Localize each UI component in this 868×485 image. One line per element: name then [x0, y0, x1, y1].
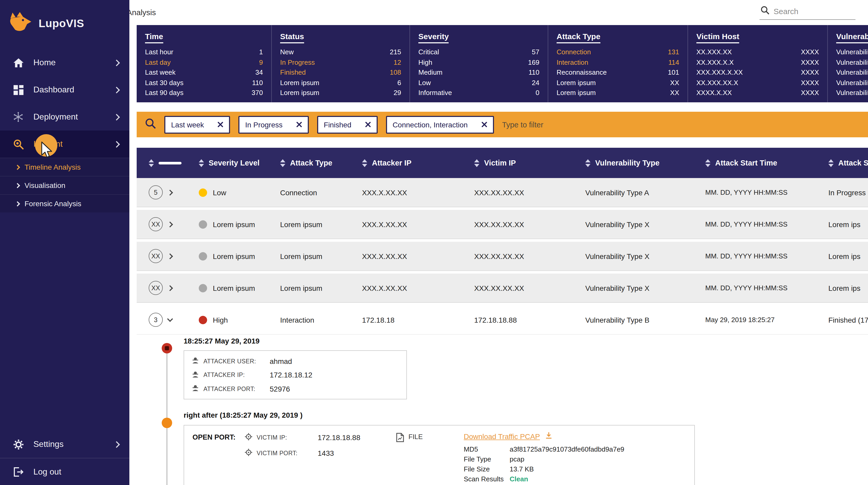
- column-header-attacker-ip[interactable]: Attacker IP: [362, 159, 474, 167]
- chevron-right-icon[interactable]: [167, 285, 173, 291]
- column-header-victim-ip[interactable]: Victim IP: [474, 159, 585, 167]
- stats-row[interactable]: Reconnaissance101: [557, 67, 679, 78]
- stats-row[interactable]: Critical57: [418, 47, 539, 57]
- filter-chip[interactable]: Last week: [164, 116, 230, 133]
- column-header-attack-type[interactable]: Attack Type: [280, 159, 362, 167]
- stats-row[interactable]: New215: [280, 47, 401, 57]
- stats-row[interactable]: Lorem ipsum6: [280, 78, 401, 88]
- stats-row-label: Last 90 days: [145, 88, 183, 98]
- chevron-right-icon[interactable]: [167, 190, 173, 196]
- sidebar-item-settings[interactable]: Settings: [0, 431, 129, 458]
- open-port-details-box: OPEN PORT: VICTIM IP:172.18.18.88VICTIM …: [184, 425, 695, 485]
- remove-filter-icon[interactable]: [365, 122, 371, 127]
- wolf-logo-icon: [8, 11, 32, 35]
- stats-row[interactable]: Vulnerabilit: [836, 88, 868, 98]
- filter-chip[interactable]: Connection, Interaction: [386, 116, 494, 133]
- stats-row[interactable]: Lorem ipsumXX: [557, 88, 679, 98]
- row-count-badge[interactable]: XX: [149, 281, 163, 295]
- stats-row[interactable]: Last week34: [145, 67, 263, 78]
- chevron-down-icon[interactable]: [167, 316, 173, 322]
- stats-row[interactable]: High169: [418, 57, 539, 67]
- search-icon: [761, 6, 769, 17]
- stats-row[interactable]: XXX.XXX.X.XXXXXX: [696, 67, 819, 78]
- row-expander[interactable]: XX: [149, 249, 199, 263]
- stats-row[interactable]: XXXX.X.XXXXXX: [696, 88, 819, 98]
- sidebar-item-dashboard[interactable]: Dashboard: [0, 76, 129, 103]
- table-row[interactable]: 3HighInteraction172.18.18172.18.18.88Vul…: [137, 306, 868, 335]
- remove-filter-icon[interactable]: [481, 122, 487, 127]
- stats-row[interactable]: Vulnerabilit: [836, 78, 868, 88]
- stats-row[interactable]: Lorem ipsum29: [280, 88, 401, 98]
- sidebar-item-incident[interactable]: Incident: [0, 131, 129, 158]
- row-count-badge[interactable]: XX: [149, 249, 163, 263]
- filter-chip[interactable]: Finished: [317, 116, 377, 133]
- row-expander[interactable]: 5: [149, 186, 199, 199]
- chevron-right-icon[interactable]: [167, 253, 173, 259]
- stats-row[interactable]: Medium110: [418, 67, 539, 78]
- remove-filter-icon[interactable]: [296, 122, 302, 127]
- chevron-right-icon[interactable]: [167, 221, 173, 227]
- cell-victim-ip: XXX.XX.XX.XX: [474, 252, 585, 260]
- download-icon[interactable]: [545, 432, 552, 440]
- stats-row[interactable]: XX.XXX.XXXXXX: [696, 47, 819, 57]
- stats-row[interactable]: XX.XXX.X.XXXXX: [696, 57, 819, 67]
- row-expander[interactable]: 3: [149, 313, 199, 327]
- column-header-severity-level[interactable]: Severity Level: [199, 159, 280, 167]
- stats-row[interactable]: Finished108: [280, 67, 401, 78]
- column-header-expander[interactable]: [149, 159, 199, 167]
- table-row[interactable]: XXLorem ipsumLorem ipsumXXX.X.XX.XXXXX.X…: [137, 210, 868, 239]
- stats-panel: TimeLast hour1Last day9Last week34Last 3…: [137, 25, 868, 102]
- column-header-attack-start-time[interactable]: Attack Start Time: [705, 159, 828, 167]
- column-header-label: Severity Level: [209, 159, 259, 167]
- cell-victim-ip: XXX.XX.XX.XX: [474, 284, 585, 292]
- row-count-badge[interactable]: 3: [149, 313, 163, 327]
- stats-row[interactable]: Last 90 days370: [145, 88, 263, 98]
- stats-group-status: StatusNew215In Progress12Finished108Lore…: [271, 25, 409, 102]
- stats-row-label: XX.XXX.XX: [696, 47, 732, 57]
- column-header-attack-s[interactable]: Attack S: [828, 159, 868, 167]
- cell-attacker-ip: 172.18.18: [362, 316, 474, 324]
- severity-cell: High: [199, 316, 280, 324]
- download-pcap-link[interactable]: Download Traffic PCAP: [464, 432, 540, 440]
- table-row[interactable]: XXLorem ipsumLorem ipsumXXX.X.XX.XXXXX.X…: [137, 274, 868, 303]
- field-value: 172.18.18.88: [318, 433, 361, 441]
- sidebar-item-timeline-analysis[interactable]: Timeline Analysis: [0, 158, 129, 176]
- stats-row[interactable]: Last day9: [145, 57, 263, 67]
- column-header-vulnerability-type[interactable]: Vulnerability Type: [585, 159, 705, 167]
- stats-row[interactable]: Vulnerabilit: [836, 47, 868, 57]
- attacker-icon: [191, 384, 199, 393]
- table-row[interactable]: 5LowConnectionXXX.X.XX.XXXXX.XX.XX.XXVul…: [137, 178, 868, 207]
- victim-field-label: VICTIM IP:: [245, 433, 318, 442]
- row-count-badge[interactable]: XX: [149, 217, 163, 231]
- stats-row[interactable]: Informative0: [418, 88, 539, 98]
- row-count-badge[interactable]: 5: [149, 186, 163, 199]
- stats-row[interactable]: Vulnerabilit: [836, 57, 868, 67]
- stats-row[interactable]: Low24: [418, 78, 539, 88]
- stats-row[interactable]: Lorem ipsumXX: [557, 78, 679, 88]
- sidebar-item-forensic-analysis[interactable]: Forensic Analysis: [0, 194, 129, 212]
- severity-cell: Lorem ipsum: [199, 252, 280, 260]
- stats-row[interactable]: In Progress12: [280, 57, 401, 67]
- stats-row[interactable]: Vulnerabilit: [836, 67, 868, 78]
- attacker-field-label: ATTACKER USER:: [191, 356, 270, 366]
- stats-row[interactable]: Last hour1: [145, 47, 263, 57]
- row-separator: [137, 303, 868, 306]
- row-expander[interactable]: XX: [149, 281, 199, 295]
- filter-chip[interactable]: In Progress: [238, 116, 309, 133]
- stats-row[interactable]: Connection131: [557, 47, 679, 57]
- filter-chip-label: Connection, Interaction: [393, 120, 468, 129]
- sidebar-item-home[interactable]: Home: [0, 49, 129, 76]
- stats-row[interactable]: Last 30 days110: [145, 78, 263, 88]
- sidebar-item-deployment[interactable]: Deployment: [0, 103, 129, 131]
- filter-input[interactable]: [502, 120, 861, 129]
- stats-row[interactable]: XX.XXX.XX.XXXXX: [696, 78, 819, 88]
- stats-row-label: Interaction: [557, 57, 588, 67]
- row-expander[interactable]: XX: [149, 217, 199, 231]
- stats-row[interactable]: Interaction114: [557, 57, 679, 67]
- global-search: [760, 4, 856, 20]
- search-input[interactable]: [774, 7, 855, 16]
- remove-filter-icon[interactable]: [218, 122, 223, 127]
- table-row[interactable]: XXLorem ipsumLorem ipsumXXX.X.XX.XXXXX.X…: [137, 242, 868, 271]
- sidebar-item-visualisation[interactable]: Visualisation: [0, 176, 129, 194]
- sidebar-item-logout[interactable]: Log out: [0, 458, 129, 485]
